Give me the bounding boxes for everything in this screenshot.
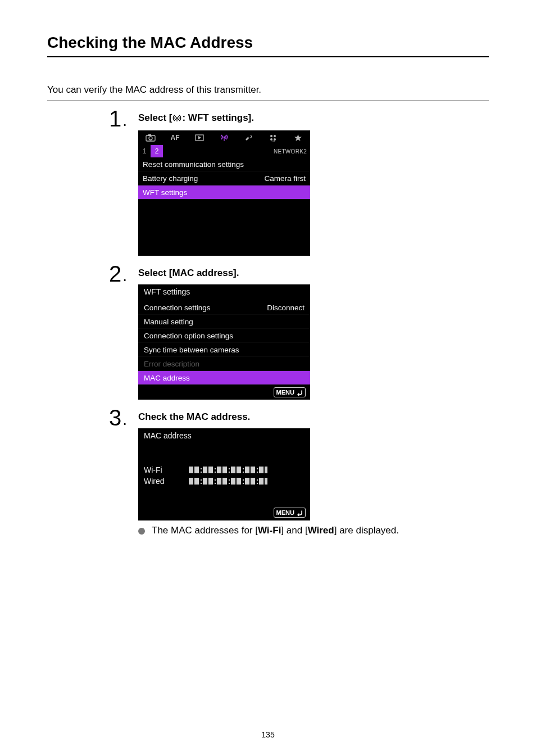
svg-point-9: [270, 135, 272, 137]
menu-back-button: MENU: [274, 387, 306, 397]
svg-rect-34: [259, 467, 264, 473]
svg-point-20: [215, 468, 216, 469]
svg-rect-8: [224, 137, 224, 141]
svg-rect-23: [222, 467, 227, 473]
svg-rect-1: [177, 118, 178, 121]
svg-rect-48: [231, 478, 235, 485]
svg-rect-15: [194, 467, 199, 473]
svg-rect-30: [245, 467, 249, 473]
page-title: Checking the MAC Address: [47, 34, 489, 57]
svg-rect-35: [265, 467, 267, 473]
svg-point-47: [229, 483, 230, 484]
note-text: ] and [: [281, 525, 307, 536]
step-2-title: Select [MAC address].: [138, 268, 489, 279]
tab-wrench-icon: [237, 130, 261, 145]
svg-rect-18: [203, 467, 207, 473]
screenshot-wft-settings: WFT settings Connection settings Disconn…: [138, 284, 310, 400]
row-connection-settings: Connection settings Disconnect: [138, 301, 310, 315]
svg-point-28: [243, 468, 244, 469]
svg-point-46: [229, 479, 230, 481]
svg-point-3: [149, 137, 152, 140]
menu-row-reset: Reset communication settings: [138, 157, 310, 171]
tab-antenna-icon: [212, 130, 237, 145]
svg-point-55: [257, 483, 258, 484]
step-number: 3: [109, 406, 138, 429]
menu-row-wft-settings: WFT settings: [138, 185, 310, 200]
svg-rect-19: [208, 467, 213, 473]
row-connection-option: Connection option settings: [138, 329, 310, 343]
svg-point-32: [257, 468, 258, 469]
svg-point-25: [229, 472, 230, 473]
panel-title: MAC address: [138, 428, 310, 443]
tab-star-icon: [285, 130, 310, 145]
svg-rect-56: [259, 478, 264, 485]
step-number: 1: [109, 107, 138, 130]
svg-point-11: [270, 138, 272, 141]
note-text: The MAC addresses for [: [152, 525, 258, 536]
bullet-icon: [138, 528, 145, 535]
screenshot-mac-address: MAC address Wi-Fi Wired: [138, 428, 310, 520]
svg-point-21: [215, 472, 216, 473]
svg-point-54: [257, 479, 258, 481]
svg-point-39: [201, 483, 202, 484]
svg-rect-44: [217, 478, 221, 485]
svg-rect-4: [148, 134, 151, 136]
subtab-1: 1: [138, 145, 151, 157]
svg-point-33: [257, 472, 258, 473]
svg-rect-52: [245, 478, 249, 485]
tab-camera-icon: [138, 130, 163, 145]
menu-row-battery: Battery charging Camera first: [138, 171, 310, 185]
screenshot-wft-menu: AF: [138, 130, 310, 256]
svg-rect-37: [194, 478, 199, 485]
step-1: 1 Select [: WFT settings]. AF: [109, 111, 489, 260]
svg-point-24: [229, 468, 230, 469]
menu-back-button: MENU: [274, 508, 306, 518]
row-manual-setting: Manual setting: [138, 315, 310, 329]
svg-point-12: [274, 138, 276, 141]
mac-wifi-row: Wi-Fi: [144, 465, 305, 474]
step-2: 2 Select [MAC address]. WFT settings Con…: [109, 266, 489, 404]
antenna-icon: [172, 114, 181, 125]
row-error-description: Error description: [138, 357, 310, 371]
mac-wired-row: Wired: [144, 477, 305, 486]
svg-rect-36: [189, 478, 193, 485]
tab-settings-icon: [261, 130, 286, 145]
subtab-2: 2: [151, 145, 163, 157]
step-1-title: Select [: WFT settings].: [138, 112, 489, 125]
svg-marker-13: [294, 134, 302, 141]
note-text: ] are displayed.: [334, 525, 399, 536]
svg-rect-22: [217, 467, 221, 473]
svg-rect-31: [251, 467, 255, 473]
step1-title-suffix: : WFT settings].: [182, 112, 253, 123]
svg-rect-53: [251, 478, 255, 485]
page-number: 135: [0, 730, 536, 739]
svg-point-16: [201, 468, 202, 469]
step-number: 2: [109, 262, 138, 285]
svg-marker-6: [198, 136, 201, 139]
svg-point-17: [201, 472, 202, 473]
svg-rect-41: [208, 478, 213, 485]
panel-title: WFT settings: [138, 284, 310, 299]
svg-rect-27: [237, 467, 241, 473]
tab-play-icon: [187, 130, 212, 145]
svg-point-29: [243, 472, 244, 473]
svg-point-51: [243, 483, 244, 484]
subtab-label: NETWORK2: [274, 148, 310, 155]
svg-point-50: [243, 479, 244, 481]
step-3: 3 Check the MAC address. MAC address Wi-…: [109, 410, 489, 536]
intro-text: You can verify the MAC address of this t…: [47, 84, 489, 101]
svg-point-42: [215, 479, 216, 481]
step-3-title: Check the MAC address.: [138, 411, 489, 423]
svg-rect-14: [189, 467, 193, 473]
note-wired: Wired: [308, 525, 334, 536]
svg-point-43: [215, 483, 216, 484]
step-3-note: The MAC addresses for [Wi-Fi] and [Wired…: [138, 525, 489, 536]
svg-rect-45: [222, 478, 227, 485]
return-icon: [296, 509, 303, 516]
svg-rect-26: [231, 467, 235, 473]
row-sync-time: Sync time between cameras: [138, 343, 310, 357]
note-wifi: Wi-Fi: [258, 525, 281, 536]
tab-af: AF: [163, 130, 188, 145]
mac-value-redacted: [189, 477, 267, 486]
svg-rect-49: [237, 478, 241, 485]
